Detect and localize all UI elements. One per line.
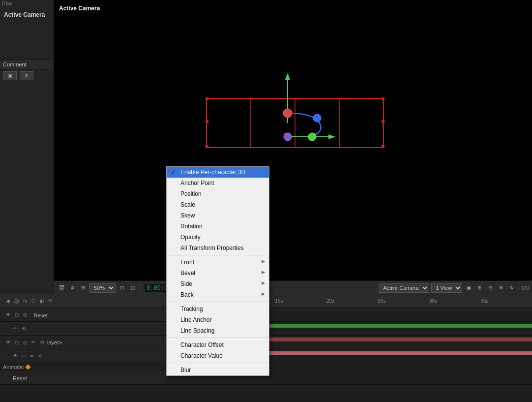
lock-icon-4[interactable]: ◻ [20,353,27,360]
layer-icons-row-4: 👁 ◻ ✏ ⟲ [10,353,46,360]
menu-separator-character-value [167,363,269,363]
view-select[interactable]: 1 View [431,283,462,293]
svg-point-17 [308,133,316,141]
reset-btn-1[interactable]: Reset [30,312,51,319]
pencil-icon-3[interactable]: ✏ [30,339,37,346]
eye-icon-1[interactable]: 👁 [5,311,12,318]
menu-item-front[interactable]: Front [167,257,269,268]
svg-rect-9 [382,120,384,123]
track-label-reset: 👁 ◻ ◎ Reset [0,308,167,321]
ruler-mark-30s: 30s [429,298,481,304]
layer-icons-row-1: 👁 ◻ ◎ [3,311,30,318]
eye-icon-4[interactable]: 👁 [12,353,19,360]
svg-rect-8 [206,120,208,123]
active-camera-select[interactable]: Active Camera [379,283,429,293]
menu-item-enable-per-character-3d[interactable]: Enable Per-character 3D [167,167,269,178]
left-active-camera-label: Active Camera [0,9,54,20]
fps-label: 0 fps [0,0,54,7]
fit-icon[interactable]: ⊡ [118,283,126,292]
track-label-pink: 👁 ◻ ✏ ⟲ [0,349,167,363]
icon-box-1: ▣ [3,71,17,80]
link-icon-4[interactable]: ⟲ [37,353,44,360]
menu-item-scale[interactable]: Scale [167,199,269,210]
reset-btn-2[interactable]: Reset [10,375,30,382]
ruler-mark-20s: 20s [326,298,378,304]
toolbar-sep-1 [141,283,141,292]
blend-icon[interactable]: ◐ [38,298,45,305]
layout-icon-1[interactable]: ▣ [464,283,473,292]
context-menu[interactable]: Enable Per-character 3DAnchor PointPosit… [166,166,269,376]
viewport: Active Camera [54,0,532,280]
track-label-green: ✏ ⟲ [0,322,167,335]
solo-icon-1[interactable]: ◎ [22,311,29,318]
track-label-reset-2: Reset [0,371,167,384]
ruler-mark-15s: 15s [275,298,326,304]
lock-icon-1[interactable]: ◻ [13,311,20,318]
layer-icons-row-3: 👁 ◻ ◎ ✏ ⟲ [3,339,47,346]
menu-item-character-value[interactable]: Character Value [167,350,269,361]
grid-icon[interactable]: ⊞ [79,283,88,292]
zoom-select[interactable]: 50% [89,283,116,293]
layout-icon-4[interactable]: ⊕ [497,283,505,292]
ruler-mark-25s: 25s [378,298,429,304]
menu-item-bevel[interactable]: Bevel [167,268,269,278]
animate-label: Animate: [3,364,24,370]
fx-icon[interactable]: fx [22,298,29,305]
menu-item-all-transform-properties[interactable]: All Transform Properties [167,243,269,253]
active-camera-toolbar: Active Camera 1 View ▣ ⊞ ⊟ ⊕ ↻ +0/0 [379,283,529,293]
menu-item-blur[interactable]: Blur [167,365,269,375]
menu-separator-back [167,302,269,302]
svg-point-14 [283,109,292,118]
layout-icon-2[interactable]: ⊞ [475,283,484,292]
link-icon-1[interactable]: ⟲ [20,325,27,332]
svg-rect-5 [206,145,208,148]
layer-icons-row-2: ✏ ⟲ [10,325,29,332]
menu-item-position[interactable]: Position [167,188,269,199]
menu-item-opacity[interactable]: Opacity [167,232,269,243]
layout-icon-5[interactable]: ↻ [507,283,516,292]
menu-item-character-offset[interactable]: Character Offset [167,340,269,350]
svg-point-15 [313,114,321,122]
svg-marker-13 [328,134,335,139]
ruler-mark-35s: 35s [480,298,532,304]
viewport-canvas [54,0,532,280]
svg-marker-11 [285,73,290,80]
film-icon[interactable]: 🎬 [57,283,66,292]
solo-icon-3[interactable]: ◎ [22,339,29,346]
svg-rect-6 [382,97,384,100]
pixel-icon[interactable]: ◻ [128,283,137,292]
camera-icon[interactable]: 🎥 [13,298,20,305]
menu-item-skew[interactable]: Skew [167,210,269,221]
eye-icon-3[interactable]: 👁 [5,339,12,346]
animate-diamond[interactable] [26,364,31,370]
svg-rect-4 [206,97,208,100]
menu-item-line-anchor[interactable]: Line Anchor [167,314,269,325]
menu-item-tracking[interactable]: Tracking [167,304,269,314]
svg-rect-7 [382,145,384,148]
lock-icon-3[interactable]: ◻ [13,339,20,346]
track-label-layer: 👁 ◻ ◎ ✏ ⟲ layer> [0,336,167,349]
layer-name-3: layer> [47,340,62,345]
pencil-icon-1[interactable]: ✏ [12,325,19,332]
motion-icon[interactable]: ⟲ [47,298,54,305]
timeline-left-header: ◉ 🎥 fx ⬡ ◐ ⟲ [0,298,167,305]
mask-icon[interactable]: ⬡ [30,298,37,305]
menu-item-line-spacing[interactable]: Line Spacing [167,325,269,336]
plus-offset: +0/0 [518,285,529,291]
link-icon-3[interactable]: ⟲ [38,339,45,346]
bottom-toolbar: 🎬 🖥 ⊞ 50% ⊡ ◻ 0:00:00 Active Camera 1 Vi… [54,280,532,294]
menu-item-rotation[interactable]: Rotation [167,221,269,232]
menu-separator-all-transform-properties [167,255,269,255]
icon-box-2: ⊞ [20,71,33,80]
monitor-icon[interactable]: 🖥 [68,283,77,292]
pencil-icon-4[interactable]: ✏ [29,353,35,360]
menu-separator-line-spacing [167,338,269,338]
solo-icon[interactable]: ◉ [5,298,12,305]
menu-item-back[interactable]: Back [167,289,269,300]
timeline-header-icons: ◉ 🎥 fx ⬡ ◐ ⟲ [3,298,56,305]
comment-bar: Comment [0,60,54,69]
layout-icon-3[interactable]: ⊟ [486,283,495,292]
svg-point-16 [284,133,292,141]
menu-item-side[interactable]: Side [167,278,269,289]
menu-item-anchor-point[interactable]: Anchor Point [167,178,269,188]
